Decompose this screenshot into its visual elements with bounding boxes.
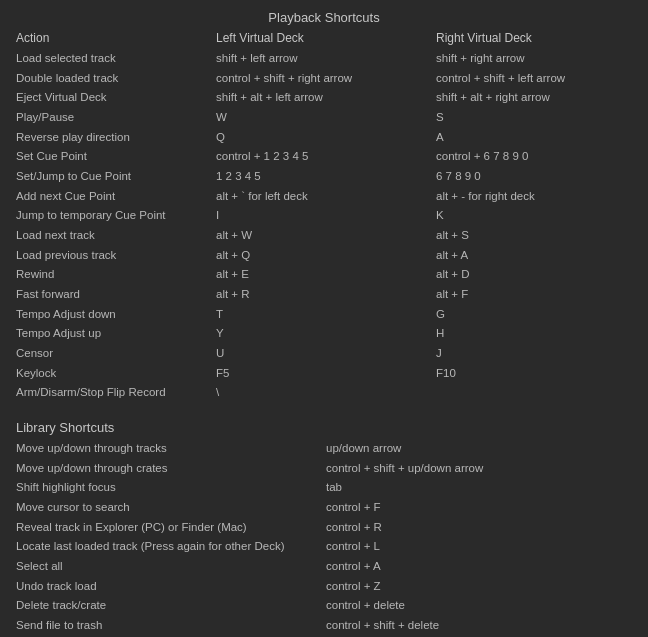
- library-row-5-col-1: control + L: [326, 537, 632, 556]
- playback-row-17-col-1: \: [216, 383, 436, 402]
- library-row-5-col-0: Locate last loaded track (Press again fo…: [16, 537, 326, 556]
- playback-row-15-col-1: U: [216, 344, 436, 363]
- library-row-8-col-1: control + delete: [326, 596, 632, 615]
- library-row-7-col-1: control + Z: [326, 577, 632, 596]
- playback-row-17-col-2: [436, 383, 632, 402]
- playback-row-13-col-2: G: [436, 305, 632, 324]
- playback-row-5-col-2: control + 6 7 8 9 0: [436, 147, 632, 166]
- playback-row-14-col-0: Tempo Adjust up: [16, 324, 216, 343]
- library-row-9-col-0: Send file to trash: [16, 616, 326, 635]
- playback-row-3-col-0: Play/Pause: [16, 108, 216, 127]
- library-row-4-col-1: control + R: [326, 518, 632, 537]
- library-row-7-col-0: Undo track load: [16, 577, 326, 596]
- library-row-0-col-1: up/down arrow: [326, 439, 632, 458]
- playback-row-4-col-2: A: [436, 128, 632, 147]
- playback-row-6-col-2: 6 7 8 9 0: [436, 167, 632, 186]
- playback-row-4-col-0: Reverse play direction: [16, 128, 216, 147]
- playback-row-1-col-0: Double loaded track: [16, 69, 216, 88]
- playback-row-6-col-0: Set/Jump to Cue Point: [16, 167, 216, 186]
- playback-row-1-col-1: control + shift + right arrow: [216, 69, 436, 88]
- playback-row-4-col-1: Q: [216, 128, 436, 147]
- playback-row-7-col-0: Add next Cue Point: [16, 187, 216, 206]
- playback-row-13-col-1: T: [216, 305, 436, 324]
- playback-row-2-col-1: shift + alt + left arrow: [216, 88, 436, 107]
- playback-row-11-col-2: alt + D: [436, 265, 632, 284]
- library-row-8-col-0: Delete track/crate: [16, 596, 326, 615]
- playback-row-16-col-2: F10: [436, 364, 632, 383]
- playback-row-14-col-2: H: [436, 324, 632, 343]
- playback-row-3-col-2: S: [436, 108, 632, 127]
- playback-row-9-col-0: Load next track: [16, 226, 216, 245]
- library-row-6-col-0: Select all: [16, 557, 326, 576]
- playback-row-8-col-2: K: [436, 206, 632, 225]
- playback-row-0-col-2: shift + right arrow: [436, 49, 632, 68]
- library-title: Library Shortcuts: [16, 420, 632, 435]
- library-row-1-col-0: Move up/down through crates: [16, 459, 326, 478]
- library-row-3-col-0: Move cursor to search: [16, 498, 326, 517]
- playback-row-16-col-0: Keylock: [16, 364, 216, 383]
- playback-row-5-col-1: control + 1 2 3 4 5: [216, 147, 436, 166]
- playback-row-16-col-1: F5: [216, 364, 436, 383]
- playback-row-10-col-2: alt + A: [436, 246, 632, 265]
- library-shortcuts-table: Move up/down through tracksup/down arrow…: [16, 439, 632, 637]
- playback-row-6-col-1: 1 2 3 4 5: [216, 167, 436, 186]
- col2-header: Left Virtual Deck: [216, 31, 436, 45]
- playback-row-0-col-0: Load selected track: [16, 49, 216, 68]
- playback-row-5-col-0: Set Cue Point: [16, 147, 216, 166]
- playback-row-13-col-0: Tempo Adjust down: [16, 305, 216, 324]
- library-row-1-col-1: control + shift + up/down arrow: [326, 459, 632, 478]
- playback-row-15-col-0: Censor: [16, 344, 216, 363]
- playback-row-2-col-0: Eject Virtual Deck: [16, 88, 216, 107]
- library-row-4-col-0: Reveal track in Explorer (PC) or Finder …: [16, 518, 326, 537]
- playback-row-9-col-1: alt + W: [216, 226, 436, 245]
- playback-row-0-col-1: shift + left arrow: [216, 49, 436, 68]
- playback-row-1-col-2: control + shift + left arrow: [436, 69, 632, 88]
- playback-row-12-col-1: alt + R: [216, 285, 436, 304]
- library-row-2-col-1: tab: [326, 478, 632, 497]
- playback-row-9-col-2: alt + S: [436, 226, 632, 245]
- col3-header: Right Virtual Deck: [436, 31, 632, 45]
- playback-row-12-col-0: Fast forward: [16, 285, 216, 304]
- playback-shortcuts-table: Load selected trackshift + left arrowshi…: [16, 49, 632, 402]
- library-row-2-col-0: Shift highlight focus: [16, 478, 326, 497]
- playback-row-14-col-1: Y: [216, 324, 436, 343]
- col1-header: Action: [16, 31, 216, 45]
- playback-row-15-col-2: J: [436, 344, 632, 363]
- playback-row-8-col-1: I: [216, 206, 436, 225]
- playback-row-11-col-1: alt + E: [216, 265, 436, 284]
- library-row-9-col-1: control + shift + delete: [326, 616, 632, 635]
- library-row-3-col-1: control + F: [326, 498, 632, 517]
- playback-row-11-col-0: Rewind: [16, 265, 216, 284]
- playback-row-12-col-2: alt + F: [436, 285, 632, 304]
- playback-row-10-col-1: alt + Q: [216, 246, 436, 265]
- playback-row-10-col-0: Load previous track: [16, 246, 216, 265]
- playback-row-8-col-0: Jump to temporary Cue Point: [16, 206, 216, 225]
- library-row-0-col-0: Move up/down through tracks: [16, 439, 326, 458]
- main-title: Playback Shortcuts: [16, 10, 632, 25]
- playback-row-3-col-1: W: [216, 108, 436, 127]
- playback-row-2-col-2: shift + alt + right arrow: [436, 88, 632, 107]
- playback-row-7-col-1: alt + ` for left deck: [216, 187, 436, 206]
- playback-row-7-col-2: alt + - for right deck: [436, 187, 632, 206]
- library-row-6-col-1: control + A: [326, 557, 632, 576]
- playback-row-17-col-0: Arm/Disarm/Stop Flip Record: [16, 383, 216, 402]
